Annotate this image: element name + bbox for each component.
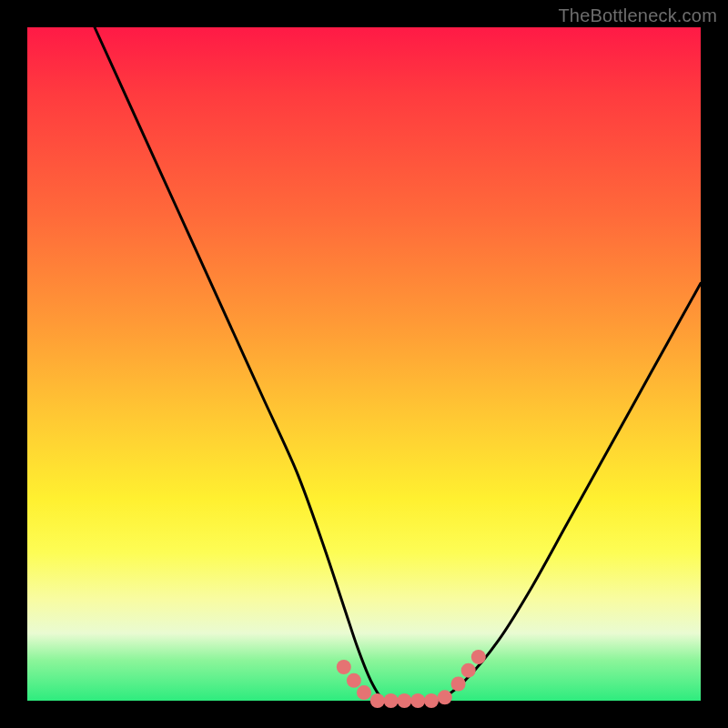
plot-area xyxy=(27,27,701,701)
watermark-text: TheBottleneck.com xyxy=(558,5,717,26)
curve-layer xyxy=(27,27,701,701)
bottleneck-curve xyxy=(95,27,701,703)
curve-marker xyxy=(451,677,466,692)
curve-marker xyxy=(397,693,411,708)
curve-marker xyxy=(384,693,399,708)
curve-marker xyxy=(438,690,452,704)
curve-markers xyxy=(337,650,486,708)
curve-marker xyxy=(370,693,385,708)
curve-marker xyxy=(410,693,425,708)
curve-marker xyxy=(347,673,361,688)
chart-frame: TheBottleneck.com xyxy=(0,0,728,728)
curve-marker xyxy=(424,693,439,708)
curve-marker xyxy=(337,660,351,674)
curve-marker xyxy=(357,685,371,700)
curve-marker xyxy=(471,650,486,664)
curve-marker xyxy=(461,663,476,678)
